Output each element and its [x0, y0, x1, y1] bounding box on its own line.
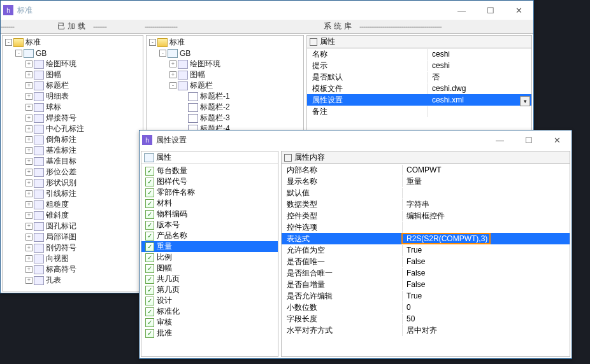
expand-toggle[interactable]: + — [25, 125, 32, 132]
property-row[interactable]: 数据类型字符串 — [282, 199, 570, 210]
property-row[interactable]: 表达式R2S(S2R(COMPWT),3) — [282, 233, 570, 244]
close-button[interactable]: ✕ — [543, 130, 572, 150]
expand-toggle[interactable]: - — [5, 39, 12, 46]
close-button[interactable]: ✕ — [505, 1, 533, 20]
tree-item[interactable]: +图幅 — [5, 69, 140, 80]
expand-toggle[interactable]: + — [25, 158, 32, 165]
tree-item[interactable]: -标准 — [149, 37, 301, 48]
property-row[interactable]: 是否默认否 — [307, 71, 531, 83]
tree-item[interactable]: +标题栏 — [5, 80, 140, 91]
prop-value[interactable]: R2S(S2R(COMPWT),3) — [403, 234, 570, 243]
tree-item[interactable]: 标题栏-3 — [149, 113, 301, 123]
expand-toggle[interactable]: + — [25, 104, 32, 111]
attr-item[interactable]: ✓批准 — [141, 328, 278, 339]
attr-item[interactable]: ✓审核 — [141, 317, 278, 328]
prop-value[interactable]: ceshi — [428, 50, 531, 59]
maximize-button[interactable]: ☐ — [514, 130, 543, 150]
dropdown-icon[interactable]: ▾ — [520, 96, 530, 106]
tree-item[interactable]: +绘图环境 — [149, 59, 301, 69]
tree-item[interactable]: +引线标注 — [5, 188, 140, 199]
tree-item[interactable]: -标准 — [5, 37, 140, 48]
property-row[interactable]: 字段长度50 — [282, 313, 570, 325]
tree-item[interactable]: -标题栏 — [149, 80, 301, 91]
prop-value[interactable]: COMPWT — [403, 165, 570, 174]
tree-item[interactable]: 标题栏-1 — [149, 91, 301, 102]
prop-value[interactable]: False — [403, 269, 570, 277]
attr-item[interactable]: ✓第几页 — [141, 284, 278, 295]
maximize-button[interactable]: ☐ — [476, 1, 505, 20]
property-row[interactable]: 名称ceshi — [307, 48, 531, 60]
prop-value[interactable]: 字符串 — [403, 199, 570, 210]
expand-toggle[interactable]: + — [25, 212, 32, 219]
property-row[interactable]: 是否自增量False — [282, 279, 570, 290]
prop-value[interactable]: 否 — [428, 72, 531, 83]
tree-item[interactable]: +基准目标 — [5, 156, 140, 167]
tree-item[interactable]: +向视图 — [5, 253, 140, 264]
attr-item[interactable]: ✓物料编码 — [141, 209, 278, 220]
prop-value[interactable]: True — [403, 246, 570, 255]
prop-value[interactable]: True — [403, 291, 570, 300]
minimize-button[interactable]: — — [486, 130, 514, 150]
expand-toggle[interactable]: - — [159, 50, 166, 57]
expand-toggle[interactable]: + — [25, 115, 32, 122]
prop-value[interactable]: ceshi — [428, 61, 531, 70]
expand-toggle[interactable]: + — [25, 201, 32, 208]
attr-item[interactable]: ✓比例 — [141, 252, 278, 263]
property-row[interactable]: 是否值唯一False — [282, 256, 570, 267]
property-row[interactable]: 属性设置ceshi.xml▾ — [307, 94, 531, 106]
property-row[interactable]: 提示ceshi — [307, 60, 531, 71]
attr-item[interactable]: ✓图样代号 — [141, 176, 278, 187]
tree-item[interactable]: +明细表 — [5, 91, 140, 102]
expand-toggle[interactable]: + — [25, 147, 32, 154]
tab-loaded[interactable]: 已加载 — [52, 21, 93, 32]
collapse-icon[interactable] — [284, 154, 292, 162]
tree-item[interactable]: +中心孔标注 — [5, 123, 140, 134]
left-tree-pane[interactable]: -标准-GB+绘图环境+图幅+标题栏+明细表+球标+焊接符号+中心孔标注+倒角标… — [2, 35, 143, 291]
attr-item[interactable]: ✓共几页 — [141, 274, 278, 284]
tree-item[interactable]: +局部详图 — [5, 232, 140, 242]
attr-item[interactable]: ✓图幅 — [141, 263, 278, 274]
expand-toggle[interactable]: + — [25, 93, 32, 100]
minimize-button[interactable]: — — [447, 1, 476, 20]
tree-item[interactable]: +圆孔标记 — [5, 221, 140, 232]
expand-toggle[interactable]: + — [25, 60, 32, 67]
tree-item[interactable]: +剖切符号 — [5, 242, 140, 253]
attr-item[interactable]: ✓产品名称 — [141, 230, 278, 241]
expand-toggle[interactable]: + — [25, 277, 32, 284]
expand-toggle[interactable]: + — [169, 60, 176, 67]
expand-toggle[interactable]: + — [25, 136, 32, 143]
attr-list-pane[interactable]: 属性 ✓每台数量✓图样代号✓零部件名称✓材料✓物料编码✓版本号✓产品名称✓重量✓… — [141, 151, 278, 357]
expand-toggle[interactable]: + — [25, 266, 32, 273]
expand-toggle[interactable]: + — [25, 169, 32, 176]
prop-value[interactable]: 0 — [403, 303, 570, 312]
tree-item[interactable]: +粗糙度 — [5, 199, 140, 210]
expand-toggle[interactable]: + — [25, 255, 32, 262]
expand-toggle[interactable]: + — [25, 179, 32, 186]
property-row[interactable]: 是否组合唯一False — [282, 267, 570, 279]
attr-item[interactable]: ✓材料 — [141, 198, 278, 209]
expand-toggle[interactable]: - — [15, 50, 22, 57]
property-row[interactable]: 默认值 — [282, 187, 570, 199]
prop-value[interactable]: 居中对齐 — [403, 325, 570, 336]
tab-system-lib[interactable]: 系统库 — [319, 21, 359, 32]
expand-toggle[interactable]: + — [25, 234, 32, 241]
expand-toggle[interactable]: + — [25, 244, 32, 251]
property-row[interactable]: 显示名称重量 — [282, 176, 570, 187]
expand-toggle[interactable]: + — [25, 82, 32, 89]
property-row[interactable]: 小数位数0 — [282, 302, 570, 313]
tree-item[interactable]: +倒角标注 — [5, 134, 140, 145]
collapse-icon[interactable] — [310, 38, 317, 46]
tree-item[interactable]: 标题栏-2 — [149, 102, 301, 113]
tree-item[interactable]: -GB — [149, 48, 301, 59]
tree-item[interactable]: +孔表 — [5, 275, 140, 286]
prop-value[interactable]: False — [403, 280, 570, 289]
attr-item[interactable]: ✓设计 — [141, 295, 278, 306]
expand-toggle[interactable]: + — [25, 190, 32, 197]
tree-item[interactable]: +基准标注 — [5, 145, 140, 156]
tree-item[interactable]: +标高符号 — [5, 264, 140, 275]
expand-toggle[interactable]: + — [25, 223, 32, 230]
expand-toggle[interactable]: - — [169, 82, 176, 89]
tree-item[interactable]: +形位公差 — [5, 167, 140, 178]
tree-item[interactable]: +锥斜度 — [5, 210, 140, 221]
attr-item[interactable]: ✓版本号 — [141, 220, 278, 230]
